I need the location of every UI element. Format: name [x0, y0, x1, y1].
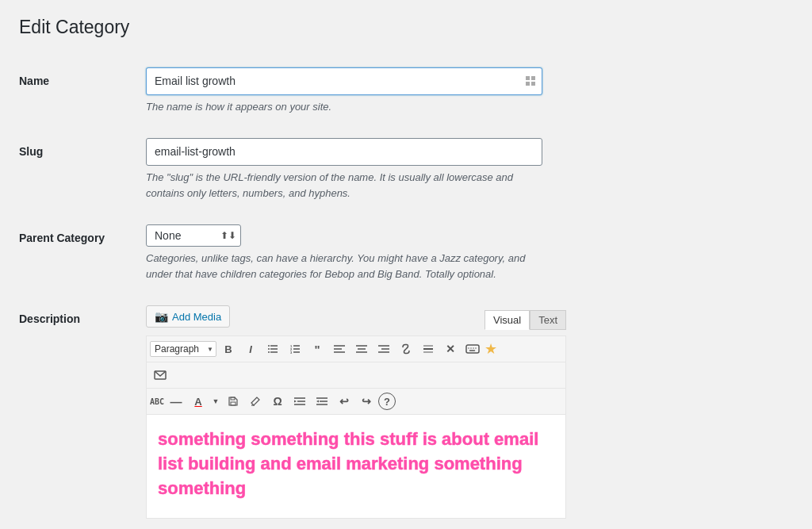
align-center-button[interactable]	[351, 339, 372, 359]
grid-icon	[525, 75, 536, 86]
description-label: Description	[19, 293, 146, 529]
svg-line-25	[404, 347, 408, 351]
keyboard-shortcut-button[interactable]	[462, 339, 483, 359]
add-media-button[interactable]: 📷 Add Media	[146, 305, 230, 328]
save-draft-button[interactable]	[223, 391, 243, 412]
svg-rect-37	[231, 397, 235, 400]
name-input[interactable]	[146, 67, 542, 95]
parent-description: Categories, unlike tags, can have a hier…	[146, 251, 542, 282]
name-input-wrapper	[146, 67, 542, 95]
visual-text-tabs: Visual Text	[485, 310, 566, 330]
special-chars-button[interactable]: Ω	[267, 391, 288, 412]
save-icon	[228, 396, 239, 407]
unordered-list-button[interactable]	[262, 339, 283, 359]
fullscreen-button[interactable]: ✕	[440, 339, 461, 359]
name-row: Name The name is how i	[19, 56, 793, 127]
outdent-button[interactable]	[312, 391, 332, 412]
parent-label: Parent Category	[19, 213, 146, 293]
svg-rect-0	[526, 76, 530, 80]
envelope-button[interactable]	[150, 365, 170, 385]
hr-icon	[423, 343, 434, 355]
font-color-button[interactable]: A	[188, 391, 209, 412]
paragraph-select[interactable]: Paragraph	[150, 341, 216, 357]
ul-icon	[267, 343, 278, 355]
svg-point-7	[268, 345, 270, 347]
slug-cell: The "slug" is the URL-friendly version o…	[146, 126, 793, 213]
svg-rect-1	[531, 76, 535, 80]
svg-point-8	[268, 348, 270, 350]
align-left-button[interactable]	[329, 339, 350, 359]
font-color-dropdown[interactable]: ▼	[210, 391, 221, 412]
description-row: Description 📷 Add Media Visual Text	[19, 293, 793, 529]
link-icon	[400, 343, 412, 355]
star-icon: ★	[485, 340, 497, 358]
toolbar-row-1: Paragraph B I 123 "	[147, 336, 565, 362]
page-title: Edit Category	[19, 16, 793, 40]
name-label: Name	[19, 56, 146, 127]
em-dash-button[interactable]: —	[166, 391, 186, 412]
ol-icon: 123	[289, 343, 301, 355]
description-cell: 📷 Add Media Visual Text	[146, 293, 793, 529]
page-container: Edit Category Name	[0, 0, 812, 529]
toolbar-row-3: ABC — A ▼ Ω	[147, 389, 565, 415]
parent-category-row: Parent Category None ⬆⬇ Categories, unli…	[19, 213, 793, 293]
paragraph-select-wrapper: Paragraph	[150, 341, 216, 357]
align-right-button[interactable]	[373, 339, 394, 359]
outdent-icon	[316, 397, 327, 406]
slug-label: Slug	[19, 126, 146, 213]
toolbar-row-2	[147, 362, 565, 389]
clear-format-button[interactable]	[245, 391, 266, 412]
tab-text[interactable]: Text	[530, 310, 566, 330]
keyboard-icon	[465, 343, 480, 355]
align-left-icon	[334, 344, 345, 354]
editor-top-bar: 📷 Add Media Visual Text	[146, 305, 566, 334]
undo-button[interactable]: ↩	[334, 391, 354, 412]
horizontal-rule-button[interactable]	[418, 339, 439, 359]
svg-text:3: 3	[290, 351, 293, 355]
indent-icon	[294, 397, 305, 406]
svg-point-9	[268, 351, 270, 353]
name-description: The name is how it appears on your site.	[146, 99, 542, 115]
help-button[interactable]: ?	[378, 393, 396, 410]
parent-select-wrapper: None ⬆⬇	[146, 224, 241, 247]
editor-text: something something this stuff is about …	[158, 427, 554, 500]
media-icon: 📷	[155, 310, 168, 323]
redo-button[interactable]: ↪	[356, 391, 377, 412]
bold-button[interactable]: B	[218, 339, 239, 359]
tab-visual[interactable]: Visual	[485, 310, 530, 330]
slug-row: Slug The "slug" is the URL-friendly vers…	[19, 126, 793, 213]
abc-icon: ABC	[150, 397, 164, 406]
align-center-icon	[356, 344, 367, 354]
align-right-icon	[378, 344, 389, 354]
clear-icon	[250, 396, 261, 407]
svg-rect-36	[231, 402, 236, 405]
blockquote-button[interactable]: "	[307, 339, 327, 359]
add-media-label: Add Media	[172, 311, 221, 323]
editor-wrapper: Paragraph B I 123 "	[146, 335, 566, 519]
name-cell: The name is how it appears on your site.	[146, 56, 793, 127]
parent-cell: None ⬆⬇ Categories, unlike tags, can hav…	[146, 213, 793, 293]
link-button[interactable]	[396, 339, 416, 359]
svg-rect-29	[466, 345, 479, 353]
slug-description: The "slug" is the URL-friendly version o…	[146, 170, 542, 201]
italic-button[interactable]: I	[240, 339, 261, 359]
ordered-list-button[interactable]: 123	[285, 339, 305, 359]
editor-content[interactable]: something something this stuff is about …	[147, 415, 565, 518]
envelope-icon	[154, 370, 167, 380]
indent-button[interactable]	[289, 391, 310, 412]
form-table: Name The name is how i	[19, 56, 793, 529]
svg-rect-3	[531, 82, 535, 86]
parent-select[interactable]: None	[146, 224, 241, 247]
slug-input[interactable]	[146, 138, 542, 166]
svg-rect-2	[526, 82, 530, 86]
